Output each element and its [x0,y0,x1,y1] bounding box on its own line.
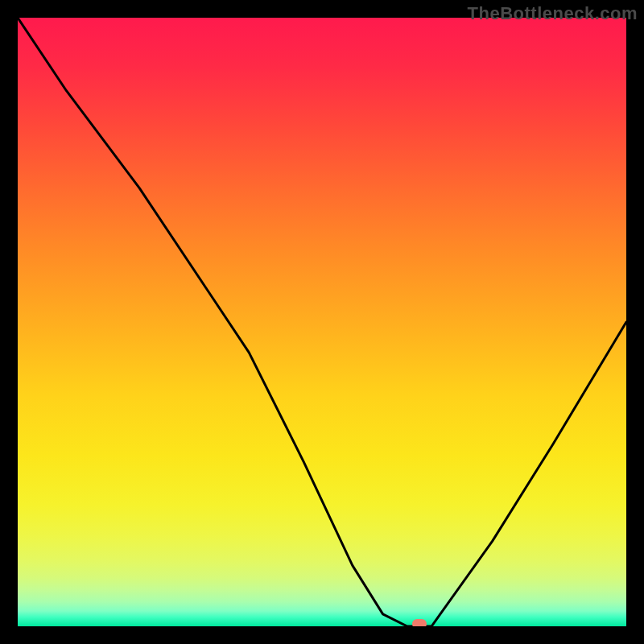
chart-frame: TheBottleneck.com [0,0,644,644]
watermark-text: TheBottleneck.com [468,3,638,24]
optimal-point-marker [412,619,427,626]
bottleneck-curve [18,18,626,626]
plot-area [18,18,626,626]
